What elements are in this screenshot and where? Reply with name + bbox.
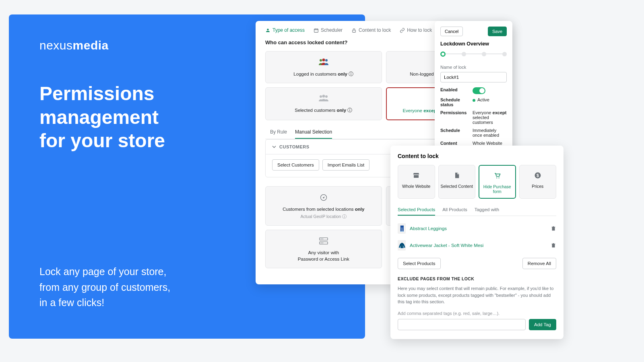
import-emails-button[interactable]: Import Emails List: [322, 159, 369, 171]
k: Schedule: [440, 128, 473, 138]
exclude-desc: Here you may select content that will re…: [398, 285, 556, 305]
card-from-locations[interactable]: Customers from selected locations only A…: [265, 186, 382, 226]
row-permissions: Permissions Everyone except selected cus…: [440, 110, 507, 125]
add-tag-button[interactable]: Add Tag: [529, 319, 556, 330]
ctab-selected-products[interactable]: Selected Products: [398, 204, 435, 216]
row-enabled: Enabled: [440, 87, 507, 94]
card-any-visitor[interactable]: Any visitor with Password or Access Link: [265, 230, 382, 268]
subtab-manual[interactable]: Manual Selection: [295, 126, 332, 139]
svg-point-20: [321, 243, 322, 243]
svg-point-9: [322, 95, 325, 98]
ctab-tagged-with[interactable]: Tagged with: [475, 204, 499, 216]
active-dot-icon: [473, 99, 475, 102]
people-icon-grey: [270, 93, 378, 104]
lock-icon: [351, 28, 357, 33]
svg-point-8: [320, 95, 322, 98]
card-label-l1: Any visitor with: [270, 249, 378, 256]
svg-point-3: [322, 59, 325, 62]
sub-l3: in a few clicks!: [39, 295, 170, 311]
svg-rect-0: [314, 29, 318, 32]
password-icon: [270, 236, 378, 246]
product-name[interactable]: Abstract Leggings: [410, 226, 547, 231]
ccard-selected-content[interactable]: Selected Content: [438, 165, 476, 199]
card-label-l2: Password or Access Link: [270, 256, 378, 262]
brand-light: nexus: [39, 39, 73, 52]
save-button[interactable]: Save: [488, 27, 507, 36]
overview-actions: Cancel Save: [440, 27, 507, 36]
remove-all-button[interactable]: Remove All: [522, 258, 556, 269]
content-cards: Whole Website Selected Content Hide Purc…: [398, 165, 556, 199]
card-selected-customers[interactable]: Selected customers only ⓘ: [265, 87, 382, 120]
step-4: [502, 52, 507, 56]
overview-title: Lockdown Overview: [440, 41, 507, 47]
svg-text:$: $: [537, 173, 539, 178]
enabled-toggle[interactable]: [473, 87, 485, 94]
content-title: Content to lock: [398, 153, 556, 159]
content-panel: Content to lock Whole Website Selected C…: [390, 146, 564, 339]
card-label: Selected customers only ⓘ: [270, 107, 378, 113]
person-icon: [265, 28, 270, 33]
tab-content-to-lock[interactable]: Content to lock: [351, 27, 391, 33]
v: Active: [473, 97, 507, 107]
tab-label: How to lock: [407, 27, 432, 33]
row-content: Content Whole Website: [440, 141, 507, 146]
card-logged-in[interactable]: Logged in customers only ⓘ: [265, 51, 382, 83]
svg-rect-1: [353, 30, 356, 32]
k: Enabled: [440, 87, 473, 94]
product-tabs: Selected Products All Products Tagged wi…: [398, 204, 556, 216]
tab-scheduler[interactable]: Scheduler: [314, 27, 343, 33]
select-customers-button[interactable]: Select Customers: [272, 159, 319, 171]
file-icon: [440, 170, 474, 181]
ccard-whole-website[interactable]: Whole Website: [398, 165, 435, 199]
name-label: Name of lock: [440, 65, 507, 70]
tag-row: Add Tag: [398, 319, 556, 330]
ccard-hide-purchase[interactable]: Hide Purchase form: [479, 165, 516, 199]
calendar-icon: [314, 28, 319, 33]
progress-stepper: [440, 51, 507, 57]
sub-l1: Lock any page of your store,: [39, 264, 170, 280]
select-products-button[interactable]: Select Products: [398, 258, 441, 269]
row-schedule: Schedule Immediately once enabled: [440, 128, 507, 138]
svg-point-22: [496, 177, 497, 178]
card-label: Customers from selected locations only: [270, 206, 378, 212]
compass-icon: [270, 192, 378, 203]
trash-icon[interactable]: [551, 226, 556, 231]
ccard-prices[interactable]: $ Prices: [519, 165, 557, 199]
dollar-icon: $: [521, 170, 555, 181]
tab-label: Content to lock: [359, 27, 391, 33]
svg-point-18: [321, 239, 322, 239]
tab-how-to-lock[interactable]: How to lock: [400, 27, 432, 33]
k: Schedule status: [440, 97, 473, 107]
tab-type-of-access[interactable]: Type of access: [265, 27, 305, 33]
exclude-title: EXCLUDE PAGES FROM THE LOCK: [398, 276, 556, 281]
ccard-label: Selected Content: [440, 184, 474, 189]
tab-label: Type of access: [272, 27, 305, 33]
step-2: [462, 52, 466, 56]
product-row: 👖 Abstract Leggings: [398, 220, 556, 237]
product-actions: Select Products Remove All: [398, 258, 556, 269]
sub-l2: from any group of customers,: [39, 280, 170, 295]
product-name[interactable]: Activewear Jacket - Soft White Mesi: [410, 243, 547, 248]
people-icon: [270, 57, 378, 68]
exclude-hint: Add comma separated tags (e.g. red, sale…: [398, 311, 556, 316]
tag-input[interactable]: [398, 319, 526, 330]
v: Everyone except selected customers: [473, 110, 507, 125]
cart-icon: [481, 171, 514, 181]
svg-point-21: [322, 243, 323, 243]
card-sub: Actual GeoIP location ⓘ: [270, 214, 378, 220]
cancel-button[interactable]: Cancel: [440, 27, 463, 36]
svg-point-2: [320, 59, 322, 62]
trash-icon[interactable]: [551, 243, 556, 248]
v: Whole Website: [473, 141, 507, 146]
accordion-label: CUSTOMERS: [279, 144, 310, 149]
k: Content: [440, 141, 473, 146]
store-icon: [400, 170, 433, 181]
product-row: 🧥 Activewear Jacket - Soft White Mesi: [398, 237, 556, 254]
svg-point-10: [325, 95, 328, 98]
ccard-label: Whole Website: [400, 184, 433, 189]
name-input[interactable]: [440, 72, 507, 82]
ctab-all-products[interactable]: All Products: [442, 204, 467, 216]
product-thumb: 🧥: [398, 240, 406, 251]
subtab-by-rule[interactable]: By Rule: [270, 126, 287, 139]
k: Permissions: [440, 110, 473, 125]
